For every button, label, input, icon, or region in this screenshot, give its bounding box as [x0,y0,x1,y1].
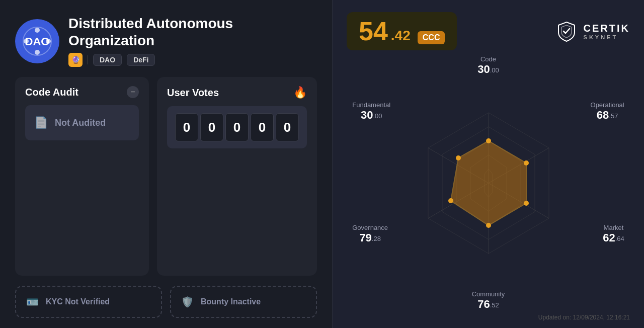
cards-grid: Code Audit − 📄 Not Audited User Votes 🔥 … [15,77,317,276]
svg-point-4 [35,50,40,55]
fund-label-value: 30.00 [361,109,382,121]
label-operational: Operational 68.57 [591,101,624,122]
project-logo: DAO [15,19,59,63]
certik-sub: SKYNET [584,34,630,40]
comm-label-value: 76.52 [477,298,499,310]
radar-chart [403,98,574,269]
bottom-cards: 🪪 KYC Not Verified 🛡️ Bounty Inactive [15,286,317,318]
right-panel: 54 .42 CCC CERTIK SKYNET [332,0,644,328]
user-votes-title: User Votes [167,87,219,99]
bounty-label: Bounty Inactive [201,297,261,306]
score-badge: CCC [418,31,445,44]
certik-logo: CERTIK SKYNET [555,20,630,42]
svg-point-17 [524,160,529,166]
label-governance: Governance 79.28 [352,224,388,244]
code-label-name: Code [477,55,499,63]
kyc-card[interactable]: 🪪 KYC Not Verified [15,286,162,318]
svg-point-3 [35,28,40,33]
user-votes-header: User Votes 🔥 [167,86,307,99]
right-top: 54 .42 CCC CERTIK SKYNET [347,12,630,50]
svg-marker-15 [451,141,526,225]
comm-label-name: Community [472,290,505,298]
svg-point-19 [486,223,491,228]
fire-icon: 🔥 [293,86,307,99]
market-label-name: Market [603,224,624,231]
code-label-value: 30.00 [477,63,499,75]
gov-label-value: 79.28 [359,231,381,244]
vote-digit-0: 0 [175,113,198,141]
project-tags: 🔮 DAO DeFi [68,53,317,67]
vote-display: 0 0 0 0 0 [167,106,307,148]
not-audited-box: 📄 Not Audited [25,105,139,140]
bounty-icon: 🛡️ [181,296,194,308]
project-title: Distributed Autonomous Organization [68,15,317,49]
project-info: Distributed Autonomous Organization 🔮 DA… [68,15,317,67]
tag-dao[interactable]: DAO [93,54,122,66]
kyc-icon: 🪪 [26,296,39,308]
svg-point-5 [24,39,29,44]
project-header: DAO Distributed Autonomous Organization … [15,15,317,67]
bounty-card[interactable]: 🛡️ Bounty Inactive [170,286,317,318]
label-market: Market 62.64 [603,224,624,244]
tag-icon: 🔮 [68,53,83,67]
label-community: Community 76.52 [472,290,505,311]
code-audit-title: Code Audit [25,87,78,98]
gov-label-name: Governance [352,224,388,231]
score-decimal: .42 [391,28,411,44]
op-label-value: 68.57 [597,109,618,121]
updated-text: Updated on: 12/09/2024, 12:16:21 [347,314,630,321]
score-main: 54 [359,18,388,44]
certik-shield-icon [555,20,578,42]
user-votes-card: User Votes 🔥 0 0 0 0 0 [157,77,317,276]
fund-label-name: Fundamental [352,101,390,109]
tag-defi[interactable]: DeFi [127,54,155,66]
label-code: Code 30.00 [477,55,499,76]
document-icon: 📄 [34,116,48,129]
svg-point-21 [456,155,461,160]
code-audit-card: Code Audit − 📄 Not Audited [15,77,149,276]
svg-point-6 [46,39,51,44]
not-audited-label: Not Audited [55,118,106,128]
label-fundamental: Fundamental 30.00 [352,101,390,122]
vote-digit-4: 0 [276,113,299,141]
svg-point-18 [524,201,529,206]
vote-digit-1: 0 [200,113,223,141]
tag-divider [88,55,88,64]
kyc-label: KYC Not Verified [46,297,110,306]
minus-icon[interactable]: − [127,86,139,98]
code-audit-header: Code Audit − [25,86,139,98]
svg-point-16 [486,138,491,143]
certik-name: CERTIK [584,23,630,34]
vote-digit-3: 0 [251,113,274,141]
vote-digit-2: 0 [225,113,249,141]
radar-area: Code 30.00 Fundamental 30.00 Operational… [347,55,630,311]
svg-point-20 [448,198,453,203]
left-panel: DAO Distributed Autonomous Organization … [0,0,332,328]
certik-text: CERTIK SKYNET [584,23,630,40]
market-label-value: 62.64 [603,231,624,244]
score-box: 54 .42 CCC [347,12,457,50]
op-label-name: Operational [591,101,624,109]
